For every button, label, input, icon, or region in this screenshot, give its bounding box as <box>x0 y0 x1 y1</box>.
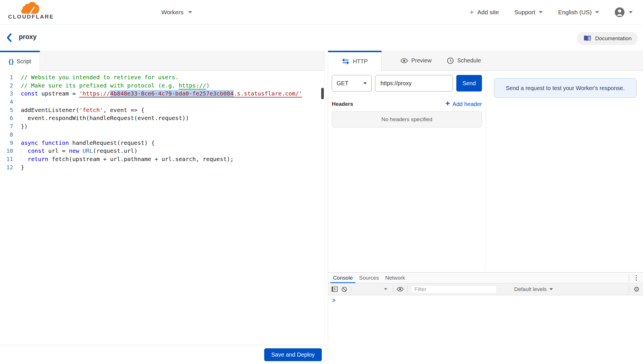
http-arrows-icon <box>342 58 349 64</box>
no-headers-box: No headers specified <box>332 111 482 127</box>
kebab-menu-icon[interactable]: ⋮ <box>633 274 640 281</box>
line-number: 1 <box>0 73 13 82</box>
account-menu[interactable] <box>614 7 633 17</box>
tab-preview[interactable]: Preview <box>393 51 439 70</box>
console-output <box>328 295 643 304</box>
method-select[interactable]: GET <box>332 75 372 91</box>
code-line[interactable]: 9async function handleRequest(request) { <box>0 139 325 147</box>
chevron-down-icon <box>550 288 553 290</box>
code-text: addEventListener('fetch', event => { <box>21 106 145 114</box>
tab-http[interactable]: HTTP <box>328 51 382 71</box>
devtools-tabbar: Console Sources Network ⋮ <box>328 273 643 283</box>
code-line[interactable]: 10 const url = new URL(request.url) <box>0 147 325 155</box>
devtools-tab-network[interactable]: Network <box>382 273 408 283</box>
console-prompt[interactable] <box>328 295 643 304</box>
request-url-input[interactable] <box>375 75 453 91</box>
code-text: } <box>21 163 24 172</box>
request-controls: GET Send <box>332 75 482 91</box>
line-number: 8 <box>0 131 13 139</box>
language-label: English (US) <box>558 9 592 16</box>
language-menu[interactable]: English (US) <box>558 9 599 16</box>
tab-script-label: Script <box>17 58 31 65</box>
live-expression-button[interactable] <box>397 287 404 292</box>
send-button[interactable]: Send <box>456 75 482 91</box>
console-sidebar-toggle[interactable] <box>331 286 338 292</box>
code-text: const upstream = 'https://4b848e33-8ce6-… <box>21 90 302 98</box>
line-number: 7 <box>0 122 13 131</box>
devtools-tab-sources[interactable]: Sources <box>356 273 382 283</box>
plus-icon: + <box>470 9 474 16</box>
no-headers-text: No headers specified <box>381 116 432 123</box>
page-title: proxy <box>19 33 37 41</box>
tab-schedule-label: Schedule <box>457 57 481 64</box>
code-line[interactable]: 8 <box>0 131 325 139</box>
chevron-down-icon <box>629 11 633 13</box>
back-button[interactable] <box>6 32 15 43</box>
devtools-toolbar: Default levels ⚙ <box>328 283 643 295</box>
tab-script[interactable]: { } Script <box>0 51 40 71</box>
code-line[interactable]: 3const upstream = 'https://4b848e33-8ce6… <box>0 90 325 98</box>
divider <box>393 286 393 293</box>
divider <box>629 286 629 293</box>
editor-tabbar: { } Script <box>0 51 325 71</box>
divider <box>407 286 408 293</box>
line-number: 4 <box>0 98 13 106</box>
cloudflare-workers-editor: CLOUDFLARE Workers + Add site Support En… <box>0 0 643 364</box>
code-text: }) <box>21 122 28 131</box>
add-site-button[interactable]: + Add site <box>470 9 499 16</box>
book-icon <box>583 35 591 42</box>
code-text: event.respondWith(handleRequest(event.re… <box>21 114 189 122</box>
headers-label: Headers <box>332 101 353 107</box>
code-line[interactable]: 2// Make sure its prefixed with protocol… <box>0 82 325 90</box>
log-levels-dropdown[interactable]: Default levels <box>514 286 553 292</box>
clock-icon <box>447 57 454 64</box>
tab-http-label: HTTP <box>353 58 368 65</box>
response-hint-box: Send a request to test your Worker's res… <box>494 78 636 98</box>
add-site-label: Add site <box>477 9 499 16</box>
sidebar-panel-icon <box>331 286 338 292</box>
devtools: Console Sources Network ⋮ <box>328 272 643 364</box>
divider <box>351 286 351 293</box>
code-line[interactable]: 4 <box>0 98 325 106</box>
code-line[interactable]: 5addEventListener('fetch', event => { <box>0 106 325 114</box>
code-line[interactable]: 11 return fetch(upstream + url.pathname … <box>0 155 325 163</box>
code-line[interactable]: 7}) <box>0 122 325 131</box>
app-menu-workers[interactable]: Workers <box>161 0 192 24</box>
code-text: const url = new URL(request.url) <box>21 147 137 155</box>
line-number: 2 <box>0 82 13 90</box>
code-editor[interactable]: 1// Website you intended to retrieve for… <box>0 71 325 345</box>
response-pane: Send a request to test your Worker's res… <box>486 71 643 272</box>
code-line[interactable]: 6 event.respondWith(handleRequest(event.… <box>0 114 325 122</box>
gear-icon[interactable]: ⚙ <box>633 286 640 293</box>
line-number: 5 <box>0 106 13 114</box>
chevron-down-icon <box>384 288 387 290</box>
clear-console-button[interactable] <box>341 286 347 292</box>
devtools-tab-console[interactable]: Console <box>330 273 356 283</box>
braces-icon: { } <box>9 58 13 65</box>
top-header: CLOUDFLARE Workers + Add site Support En… <box>0 0 643 25</box>
editor-scrollbar-thumb[interactable] <box>321 88 324 99</box>
log-levels-label: Default levels <box>514 286 547 292</box>
save-and-deploy-button[interactable]: Save and Deploy <box>264 348 322 361</box>
code-lines: 1// Website you intended to retrieve for… <box>0 73 325 171</box>
code-text: async function handleRequest(request) { <box>21 139 155 147</box>
test-tabbar: HTTP Preview Schedule <box>328 51 643 71</box>
cloudflare-logo[interactable]: CLOUDFLARE <box>7 2 55 20</box>
documentation-button[interactable]: Documentation <box>577 32 638 45</box>
test-panel: HTTP Preview Schedule <box>328 51 643 364</box>
tab-schedule[interactable]: Schedule <box>439 51 489 70</box>
code-line[interactable]: 12} <box>0 163 325 172</box>
js-context-dropdown[interactable] <box>355 288 389 290</box>
http-test-content: GET Send Headers + Add header No headers… <box>328 71 643 272</box>
chevron-left-icon <box>6 33 13 42</box>
add-header-label: Add header <box>453 101 482 107</box>
brand-text: CLOUDFLARE <box>8 14 54 20</box>
plus-icon: + <box>445 100 450 107</box>
chevron-down-icon <box>188 11 192 13</box>
add-header-button[interactable]: + Add header <box>445 101 482 107</box>
console-filter-input[interactable] <box>411 285 497 293</box>
code-line[interactable]: 1// Website you intended to retrieve for… <box>0 73 325 82</box>
divider <box>629 274 629 282</box>
chevron-down-icon <box>363 82 367 84</box>
support-menu[interactable]: Support <box>514 9 543 16</box>
